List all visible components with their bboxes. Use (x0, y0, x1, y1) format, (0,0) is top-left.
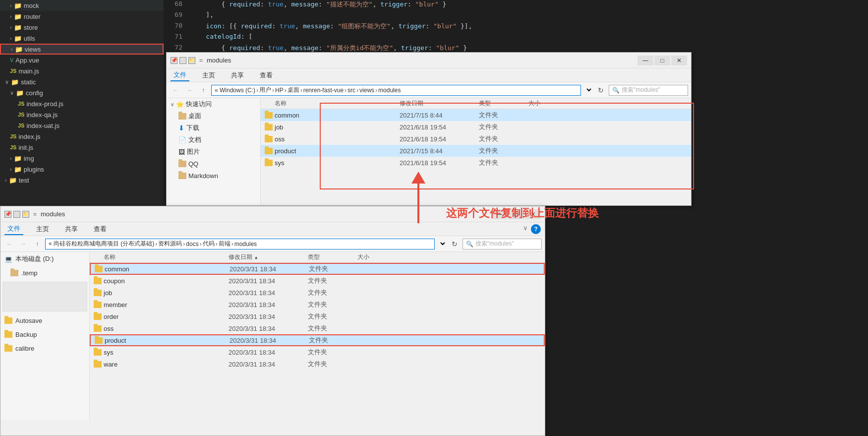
file-row-job-lower[interactable]: job 2020/3/31 18:34 文件夹 (90, 287, 545, 299)
file-list-header-lower: 名称 修改日期 ▲ 类型 大小 (90, 252, 545, 263)
disk-item-backup[interactable]: Backup (0, 327, 89, 341)
sidebar-item-indexprod[interactable]: JS index-prod.js (0, 98, 164, 109)
computer-icon: 💻 (4, 255, 12, 263)
forward-btn-lower[interactable]: → (17, 238, 29, 250)
folder-icon: 📁 (15, 46, 23, 53)
nav-qq[interactable]: QQ (167, 158, 260, 170)
file-row-common-upper[interactable]: common 2021/7/15 8:44 文件夹 (261, 109, 691, 121)
file-row-oss-lower[interactable]: oss 2020/3/31 18:34 文件夹 (90, 322, 545, 334)
arrow-icon: › (11, 46, 13, 52)
ribbon-tab-home[interactable]: 主页 (199, 70, 218, 81)
file-row-member-lower[interactable]: member 2020/3/31 18:34 文件夹 (90, 299, 545, 311)
nav-markdown[interactable]: Markdown (167, 170, 260, 182)
arrow-icon: › (10, 166, 12, 172)
forward-btn[interactable]: → (183, 84, 195, 96)
file-row-product-lower[interactable]: product 2020/3/31 18:34 文件夹 (90, 334, 545, 346)
sidebar-item-indexuat[interactable]: JS index-uat.js (0, 120, 164, 131)
upper-file-scroll[interactable]: common 2021/7/15 8:44 文件夹 job 2021/6/18 … (261, 109, 691, 205)
ribbon-upper[interactable]: 文件 主页 共享 查看 (167, 68, 691, 82)
arrow-icon: ∨ (10, 90, 14, 96)
sidebar-item-indexqa[interactable]: JS index-qa.js (0, 109, 164, 120)
ribbon-tab-share-lower[interactable]: 共享 (62, 224, 81, 235)
ribbon-tab-file[interactable]: 文件 (171, 69, 189, 81)
disk-item-calibre[interactable]: calibre (0, 341, 89, 355)
ribbon-tab-home-lower[interactable]: 主页 (33, 224, 52, 235)
sidebar-item-static[interactable]: ∨ 📁 static (0, 76, 164, 87)
help-icon[interactable]: ? (531, 224, 541, 234)
arrow-icon: › (10, 2, 12, 8)
win-controls-upper[interactable]: — □ ✕ (637, 56, 687, 65)
left-nav-upper[interactable]: ∨ ⭐ 快速访问 桌面 ⬇ 下载 📄 文档 🖼 图片 QQ (167, 98, 261, 205)
up-btn-lower[interactable]: ↑ (31, 238, 43, 250)
folder-icon: 📁 (14, 24, 22, 31)
sidebar-item-router[interactable]: › 📁 router (0, 11, 164, 22)
ribbon-tab-view[interactable]: 查看 (257, 70, 276, 81)
folder-icon (10, 270, 18, 276)
js-icon: JS (18, 101, 24, 107)
minimize-btn[interactable]: — (637, 56, 653, 65)
file-row-common-lower[interactable]: common 2020/3/31 18:34 文件夹 (90, 263, 545, 275)
folder-icon: 📁 (14, 13, 22, 20)
file-row-product-upper[interactable]: product 2021/7/15 8:44 文件夹 (261, 145, 691, 157)
close-btn[interactable]: ✕ (671, 56, 687, 65)
download-icon: ⬇ (178, 124, 184, 132)
back-btn-lower[interactable]: ← (3, 238, 15, 250)
sidebar-item-img[interactable]: › 📁 img (0, 153, 164, 164)
code-line-69: 69 ], (164, 11, 868, 22)
folder-icon: 📁 (16, 89, 24, 97)
file-row-sys-lower[interactable]: sys 2020/3/31 18:34 文件夹 (90, 346, 545, 358)
search-box-lower[interactable]: 🔍 搜索"modules" (463, 239, 542, 249)
disk-item-temp[interactable]: .temp (0, 266, 89, 280)
refresh-btn-lower[interactable]: ↻ (449, 238, 461, 250)
file-row-sys-upper[interactable]: sys 2021/6/18 19:54 文件夹 (261, 157, 691, 169)
address-path-lower[interactable]: « 尚硅谷粒粒商城电商项目 (分布式基础) › 资料源码 › docs › 代码… (45, 239, 435, 249)
nav-documents[interactable]: 📄 文档 (167, 134, 260, 146)
address-path-upper[interactable]: « Windows (C:) › 用户 › HP › 桌面 › renren-f… (211, 85, 581, 96)
sidebar-item-plugins[interactable]: › 📁 plugins (0, 164, 164, 175)
file-row-coupon-lower[interactable]: coupon 2020/3/31 18:34 文件夹 (90, 275, 545, 287)
folder-icon (265, 148, 273, 154)
file-row-order-lower[interactable]: order 2020/3/31 18:34 文件夹 (90, 311, 545, 322)
file-row-job-upper[interactable]: job 2021/6/18 19:54 文件夹 (261, 121, 691, 133)
explorer-content-upper: ∨ ⭐ 快速访问 桌面 ⬇ 下载 📄 文档 🖼 图片 QQ (167, 98, 691, 205)
folder-icon (94, 313, 102, 320)
file-row-oss-upper[interactable]: oss 2021/6/18 19:54 文件夹 (261, 133, 691, 145)
js-icon: JS (10, 133, 16, 139)
ribbon-tab-view-lower[interactable]: 查看 (91, 224, 110, 235)
sidebar-item-config[interactable]: ∨ 📁 config (0, 87, 164, 98)
disk-item-local[interactable]: 💻 本地磁盘 (D:) (0, 252, 89, 266)
sidebar-item-mock[interactable]: › 📁 mock (0, 0, 164, 11)
back-btn[interactable]: ← (170, 84, 181, 96)
path-dropdown-lower[interactable] (437, 240, 447, 248)
up-btn[interactable]: ↑ (197, 84, 209, 96)
sidebar-item-views[interactable]: › 📁 views (0, 44, 164, 55)
maximize-btn[interactable]: □ (654, 56, 670, 65)
search-box-upper[interactable]: 🔍 搜索"modules" (609, 85, 688, 96)
sidebar-item-test[interactable]: › 📁 test (0, 175, 164, 186)
sidebar-item-appvue[interactable]: V App.vue (0, 55, 164, 65)
sidebar-item-store[interactable]: › 📁 store (0, 22, 164, 33)
nav-quick-access[interactable]: ∨ ⭐ 快速访问 (167, 98, 260, 110)
refresh-btn[interactable]: ↻ (595, 84, 607, 96)
sidebar-item-indexjs[interactable]: JS index.js (0, 131, 164, 142)
address-bar-lower[interactable]: ← → ↑ « 尚硅谷粒粒商城电商项目 (分布式基础) › 资料源码 › doc… (0, 236, 545, 252)
ribbon-lower[interactable]: 文件 主页 共享 查看 ∨ ? (0, 222, 545, 236)
pin-icon: 📌 (4, 211, 11, 218)
folder-icon: 📁 (14, 2, 22, 9)
ribbon-tab-share[interactable]: 共享 (228, 70, 247, 81)
address-bar-upper[interactable]: ← → ↑ « Windows (C:) › 用户 › HP › 桌面 › re… (167, 82, 691, 98)
lower-file-scroll[interactable]: common 2020/3/31 18:34 文件夹 coupon 2020/3… (90, 263, 545, 420)
ribbon-tab-file-lower[interactable]: 文件 (4, 223, 23, 235)
sidebar-item-mainjs[interactable]: JS main.js (0, 65, 164, 76)
nav-downloads[interactable]: ⬇ 下载 (167, 122, 260, 134)
file-row-ware-lower[interactable]: ware 2020/3/31 18:34 文件夹 (90, 358, 545, 370)
path-dropdown[interactable] (583, 86, 593, 94)
arrow-line (417, 184, 419, 223)
sidebar-item-utils[interactable]: › 📁 utils (0, 33, 164, 44)
sidebar-item-initjs[interactable]: JS init.js (0, 142, 164, 153)
nav-pictures[interactable]: 🖼 图片 (167, 146, 260, 158)
left-nav-lower[interactable]: 💻 本地磁盘 (D:) .temp Autosave Backup calibr… (0, 252, 90, 420)
nav-desktop[interactable]: 桌面 (167, 110, 260, 122)
file-sidebar[interactable]: › 📁 mock › 📁 router › 📁 store › 📁 utils … (0, 0, 164, 208)
disk-item-autosave[interactable]: Autosave (0, 313, 89, 327)
